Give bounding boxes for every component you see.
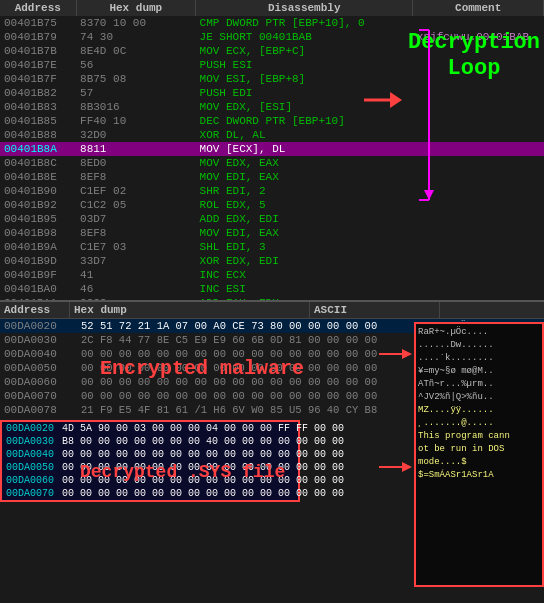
row-address: 00401B88 (0, 128, 76, 142)
header-comment: Comment (413, 0, 544, 16)
overlay-address: 00DA0060 (2, 474, 58, 487)
row-hex: 8370 10 00 (76, 16, 196, 30)
ascii-panel: RaR+~.µÖc..........Dw..........`k.......… (414, 322, 544, 587)
overlay-hex-bytes: B8 00 00 00 00 00 00 00 40 00 00 00 00 0… (58, 435, 348, 448)
hex-row-address: 00DA0030 (0, 333, 77, 347)
overlay-hex-bytes: 00 00 00 00 00 00 00 00 00 00 00 00 00 0… (58, 448, 348, 461)
overlay-address: 00DA0050 (2, 461, 58, 474)
ascii-line: This program cann (418, 430, 540, 443)
row-address: 00401B83 (0, 100, 76, 114)
row-hex: 46 (76, 282, 196, 296)
row-address: 00401B8E (0, 170, 76, 184)
row-address: 00401B75 (0, 16, 76, 30)
row-disasm: SHR EDI, 2 (196, 184, 413, 198)
row-hex: 8B3016 (76, 100, 196, 114)
row-hex: 57 (76, 86, 196, 100)
right-arrow (362, 85, 402, 115)
row-hex: 41 (76, 268, 196, 282)
row-disasm: ADD EDX, EDI (196, 212, 413, 226)
row-address: 00401B9A (0, 240, 76, 254)
header-hex: Hex dump (76, 0, 196, 16)
row-disasm: DEC DWORD PTR [EBP+10] (196, 114, 413, 128)
row-hex: 33D7 (76, 254, 196, 268)
row-disasm: JE SHORT 00401BAB (196, 30, 413, 44)
ascii-line: ^JV2%ñ|Q>%ñu.. (418, 391, 540, 404)
ascii-line: ......Dw...... (418, 339, 540, 352)
row-disasm: MOV ESI, [EBP+8] (196, 72, 413, 86)
row-comment (413, 282, 544, 296)
top-panel: Address Hex dump Disassembly Comment 004… (0, 0, 544, 300)
bottom-panel: Address Hex dump ASCII 00DA002052 51 72 … (0, 300, 544, 590)
bottom-header-address: Address (0, 302, 70, 318)
ascii-line: ....`k........ (418, 352, 540, 365)
row-address: 00401B9F (0, 268, 76, 282)
row-address: 00401B95 (0, 212, 76, 226)
row-disasm: INC ECX (196, 268, 413, 282)
ascii-line: $=SmÁASr1ASr1A (418, 469, 540, 482)
encrypted-malware-label: Encrypted malware (100, 357, 304, 380)
row-hex: 32D0 (76, 128, 196, 142)
overlay-hex-bytes: 00 00 00 00 00 00 00 00 00 00 00 00 00 0… (58, 487, 348, 500)
row-disasm: SHL EDI, 3 (196, 240, 413, 254)
svg-marker-7 (402, 349, 412, 359)
hex-row-address: 00DA0070 (0, 389, 77, 403)
row-disasm: MOV EDI, EAX (196, 170, 413, 184)
svg-marker-3 (424, 190, 434, 200)
overlay-hex-bytes: 4D 5A 90 00 03 00 00 00 04 00 00 00 FF F… (58, 422, 348, 435)
loop-arrow (414, 20, 444, 220)
row-address: 00401B8A (0, 142, 76, 156)
row-address: 00401B79 (0, 30, 76, 44)
ascii-line: ot be run in DOS (418, 443, 540, 456)
row-disasm: MOV EDX, EAX (196, 156, 413, 170)
row-address: 00401B90 (0, 184, 76, 198)
row-comment (413, 240, 544, 254)
decrypted-hex-overlay: 00DA00204D 5A 90 00 03 00 00 00 04 00 00… (0, 420, 300, 502)
row-disasm: INC ESI (196, 282, 413, 296)
row-hex: 8ED0 (76, 156, 196, 170)
red-arrow-decrypted (377, 457, 412, 477)
ascii-line: ATñ~r...%µrm.. (418, 378, 540, 391)
overlay-address: 00DA0020 (2, 422, 58, 435)
overlay-address: 00DA0070 (2, 487, 58, 500)
bottom-header-hex: Hex dump (70, 302, 310, 318)
header-disasm: Disassembly (196, 0, 413, 16)
red-arrow-encrypted (377, 344, 412, 364)
row-comment (413, 268, 544, 282)
hex-row-address: 00DA0020 (0, 319, 77, 333)
row-disasm: ROL EDX, 5 (196, 198, 413, 212)
svg-marker-9 (402, 462, 412, 472)
row-disasm: MOV ECX, [EBP+C] (196, 44, 413, 58)
row-hex: 8EF8 (76, 170, 196, 184)
overlay-address: 00DA0040 (2, 448, 58, 461)
row-disasm: XOR DL, AL (196, 128, 413, 142)
ascii-line: mode....$ (418, 456, 540, 469)
row-hex: 8811 (76, 142, 196, 156)
hex-row-address: 00DA0078 (0, 403, 77, 417)
row-hex: 03D7 (76, 212, 196, 226)
ascii-line: ¸.......@..... (418, 417, 540, 430)
row-hex: 74 30 (76, 30, 196, 44)
row-disasm: MOV [ECX], DL (196, 142, 413, 156)
svg-marker-5 (390, 92, 402, 108)
ascii-line: MZ....ÿÿ...... (418, 404, 540, 417)
overlay-row: 00DA004000 00 00 00 00 00 00 00 00 00 00… (2, 448, 348, 461)
row-hex: 8E4D 0C (76, 44, 196, 58)
row-address: 00401B85 (0, 114, 76, 128)
row-comment (413, 254, 544, 268)
hex-row-address: 00DA0060 (0, 375, 77, 389)
overlay-address: 00DA0030 (2, 435, 58, 448)
row-disasm: CMP DWORD PTR [EBP+10], 0 (196, 16, 413, 30)
hex-row-address: 00DA0040 (0, 347, 77, 361)
header-address: Address (0, 0, 76, 16)
row-address: 00401BA0 (0, 282, 76, 296)
bottom-header: Address Hex dump ASCII (0, 302, 544, 319)
decrypted-sys-label: Decrypted .SYS file (80, 462, 285, 482)
hex-row-bytes: 00 00 00 00 00 00 00 00 00 00 00 00 00 0… (77, 389, 412, 403)
row-hex: C1C2 05 (76, 198, 196, 212)
row-hex: 56 (76, 58, 196, 72)
row-disasm: MOV EDI, EAX (196, 226, 413, 240)
row-address: 00401B9D (0, 254, 76, 268)
hex-row-address: 00DA0050 (0, 361, 77, 375)
overlay-row: 00DA007000 00 00 00 00 00 00 00 00 00 00… (2, 487, 348, 500)
hex-row-bytes: 52 51 72 21 1A 07 00 A0 CE 73 80 00 00 0… (77, 319, 412, 333)
